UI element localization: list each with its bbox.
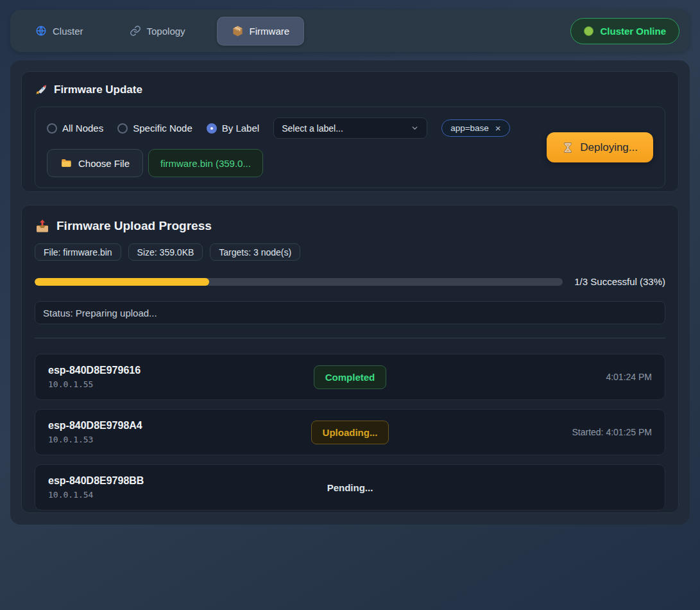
node-ip: 10.0.1.53: [48, 435, 311, 444]
node-name: esp-840D8E9798BB: [48, 475, 327, 487]
tab-label: Cluster: [53, 26, 83, 37]
node-name: esp-840D8E979616: [48, 365, 314, 376]
cluster-status-label: Cluster Online: [600, 26, 666, 37]
target-mode-row: All Nodes Specific Node By Label Select …: [47, 118, 534, 139]
node-status-badge: Pending...: [327, 482, 373, 493]
file-size-badge: Size: 359.0KB: [128, 243, 203, 261]
progress-bar-track: [35, 278, 563, 286]
choose-file-label: Choose File: [78, 158, 130, 169]
radio-label: Specific Node: [133, 123, 192, 134]
node-status-badge: Completed: [314, 365, 387, 389]
radio-label: By Label: [222, 123, 259, 134]
package-icon: [232, 25, 244, 37]
progress-label: 1/3 Successful (33%): [574, 276, 665, 287]
deploy-button-label: Deploying...: [580, 141, 638, 154]
selected-file-label: firmware.bin (359.0...: [160, 158, 251, 169]
file-name-badge: File: firmware.bin: [35, 243, 121, 261]
tab-topology[interactable]: Topology: [115, 17, 200, 45]
node-ip: 10.0.1.54: [48, 490, 327, 500]
upload-progress-card: Firmware Upload Progress File: firmware.…: [21, 205, 679, 513]
radio-label: All Nodes: [62, 123, 103, 134]
upload-progress-title: Firmware Upload Progress: [35, 218, 665, 234]
tab-firmware[interactable]: Firmware: [217, 17, 305, 46]
node-time: 4:01:24 PM: [386, 372, 652, 382]
cluster-status-badge[interactable]: Cluster Online: [570, 18, 679, 44]
chevron-down-icon: [411, 124, 419, 132]
selected-file-chip: firmware.bin (359.0...: [148, 149, 263, 177]
tab-label: Topology: [147, 26, 185, 37]
label-tag-text: app=base: [450, 123, 489, 133]
online-dot-icon: [584, 26, 593, 36]
node-row: esp-840D8E9798BB 10.0.1.54 Pending...: [35, 464, 665, 510]
file-row: Choose File firmware.bin (359.0...: [47, 149, 534, 177]
label-select[interactable]: Select a label...: [273, 118, 427, 139]
node-status-badge: Uploading...: [311, 421, 389, 444]
node-name: esp-840D8E9798A4: [48, 420, 311, 431]
node-row: esp-840D8E9798A4 10.0.1.53 Uploading... …: [35, 409, 665, 455]
radio-all-nodes[interactable]: All Nodes: [47, 123, 103, 134]
remove-tag-icon[interactable]: ×: [495, 123, 501, 134]
radio-circle[interactable]: [47, 123, 57, 134]
tab-label: Firmware: [250, 26, 290, 37]
rocket-icon: [35, 83, 47, 96]
hourglass-icon: [562, 142, 574, 153]
folder-icon: [60, 157, 72, 169]
progress-fill: [35, 278, 209, 286]
main-content: Firmware Update All Nodes Specific Node …: [10, 60, 690, 525]
upload-meta-badges: File: firmware.bin Size: 359.0KB Targets…: [35, 243, 665, 261]
firmware-update-title-text: Firmware Update: [54, 83, 142, 96]
node-ip: 10.0.1.55: [48, 379, 314, 389]
targets-badge: Targets: 3 node(s): [210, 243, 300, 261]
label-select-value: Select a label...: [282, 123, 343, 134]
section-divider: [35, 338, 665, 338]
radio-specific-node[interactable]: Specific Node: [117, 123, 192, 134]
status-message-box: Status: Preparing upload...: [35, 301, 665, 324]
label-tag: app=base ×: [441, 119, 509, 137]
radio-circle[interactable]: [117, 123, 128, 134]
firmware-update-title: Firmware Update: [35, 83, 665, 96]
choose-file-button[interactable]: Choose File: [47, 149, 143, 177]
outbox-tray-icon: [35, 218, 50, 234]
nav-tabs: Cluster Topology Firmware: [21, 17, 304, 46]
update-config-panel: All Nodes Specific Node By Label Select …: [35, 107, 665, 188]
node-time: Started: 4:01:25 PM: [389, 427, 652, 437]
progress-bar-row: 1/3 Successful (33%): [35, 276, 665, 287]
upload-progress-title-text: Firmware Upload Progress: [56, 219, 212, 233]
node-row: esp-840D8E979616 10.0.1.55 Completed 4:0…: [35, 354, 665, 400]
radio-by-label[interactable]: By Label: [207, 123, 259, 134]
tab-cluster[interactable]: Cluster: [21, 17, 98, 45]
link-icon: [130, 25, 141, 37]
globe-icon: [35, 25, 47, 37]
firmware-update-card: Firmware Update All Nodes Specific Node …: [21, 71, 679, 192]
status-message-text: Status: Preparing upload...: [43, 308, 157, 318]
top-nav-bar: Cluster Topology Firmware Clu: [10, 10, 690, 52]
deploy-button[interactable]: Deploying...: [547, 132, 653, 162]
radio-circle[interactable]: [207, 123, 217, 134]
